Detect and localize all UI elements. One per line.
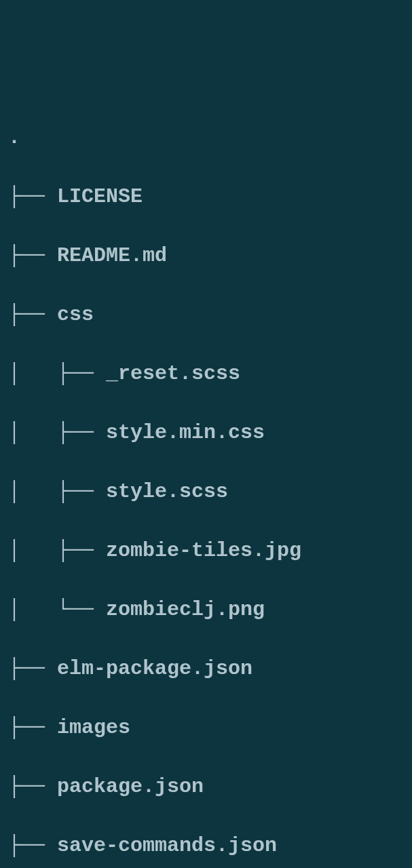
tree-connector: ├── <box>8 775 57 798</box>
tree-row: │ ├── style.scss <box>8 477 404 507</box>
tree-root: . <box>8 123 404 153</box>
file-name: elm-package.json <box>57 657 252 680</box>
file-name: README.md <box>57 244 167 267</box>
tree-row: ├── package.json <box>8 772 404 802</box>
tree-row: ├── LICENSE <box>8 182 404 212</box>
file-name: zombieclj.png <box>106 598 265 621</box>
file-name: package.json <box>57 775 204 798</box>
tree-row: ├── save-commands.json <box>8 831 404 861</box>
tree-connector: ├── <box>8 244 57 267</box>
tree-connector: ├── <box>8 716 57 739</box>
file-name: style.min.css <box>106 421 265 444</box>
folder-name: images <box>57 716 130 739</box>
tree-row: │ ├── zombie-tiles.jpg <box>8 536 404 566</box>
tree-connector: │ ├── <box>8 539 106 562</box>
tree-row: ├── images <box>8 713 404 743</box>
folder-name: css <box>57 303 94 326</box>
file-name: save-commands.json <box>57 834 277 857</box>
tree-row: ├── README.md <box>8 241 404 271</box>
tree-row: │ └── zombieclj.png <box>8 595 404 625</box>
tree-connector: │ ├── <box>8 480 106 503</box>
tree-connector: ├── <box>8 185 57 208</box>
tree-connector: │ ├── <box>8 421 106 444</box>
tree-connector: ├── <box>8 657 57 680</box>
file-name: _reset.scss <box>106 362 240 385</box>
file-name: LICENSE <box>57 185 143 208</box>
file-name: zombie-tiles.jpg <box>106 539 301 562</box>
file-name: style.scss <box>106 480 228 503</box>
tree-row: │ ├── _reset.scss <box>8 359 404 389</box>
tree-connector: ├── <box>8 303 57 326</box>
tree-connector: │ └── <box>8 598 106 621</box>
tree-row: ├── css <box>8 300 404 330</box>
tree-connector: │ ├── <box>8 362 106 385</box>
tree-connector: ├── <box>8 834 57 857</box>
tree-row: │ ├── style.min.css <box>8 418 404 448</box>
tree-row: ├── elm-package.json <box>8 654 404 684</box>
